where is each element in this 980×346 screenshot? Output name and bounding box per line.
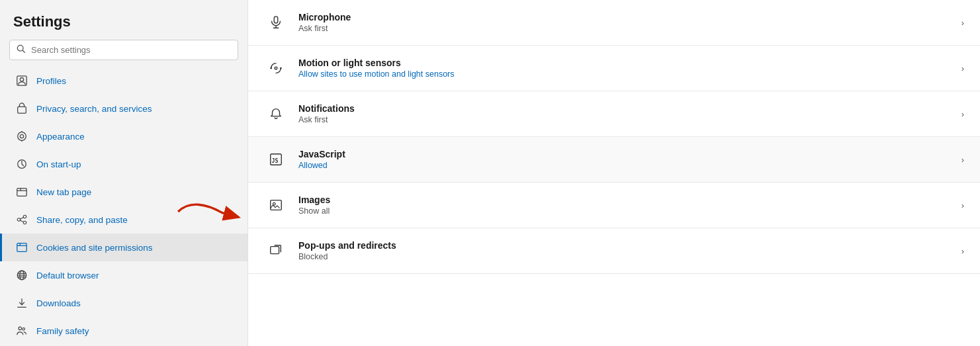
svg-point-5	[18, 132, 26, 141]
appearance-icon	[15, 130, 28, 143]
svg-point-28	[22, 328, 25, 331]
permission-javascript[interactable]: JS JavaScript Allowed ›	[248, 137, 980, 183]
notifications-icon	[264, 102, 288, 126]
downloads-icon	[15, 296, 28, 310]
privacy-icon	[15, 102, 28, 115]
svg-point-32	[275, 67, 277, 69]
permission-microphone-subtitle: Ask first	[298, 24, 956, 33]
svg-rect-4	[18, 107, 26, 113]
sidebar-label-privacy: Privacy, search, and services	[36, 104, 152, 114]
family-icon	[15, 324, 28, 337]
svg-point-6	[20, 134, 23, 138]
chevron-icon-microphone: ›	[961, 18, 964, 28]
sidebar-item-defaultbrowser[interactable]: Default browser	[0, 261, 247, 289]
sidebar-label-startup: On start-up	[36, 159, 81, 169]
permission-notifications[interactable]: Notifications Ask first ›	[248, 91, 980, 137]
chevron-icon-images: ›	[961, 200, 964, 210]
popups-icon	[264, 239, 288, 263]
permission-images[interactable]: Images Show all ›	[248, 183, 980, 228]
sidebar-item-downloads[interactable]: Downloads	[0, 289, 247, 317]
sidebar-label-downloads: Downloads	[36, 298, 81, 308]
svg-point-27	[19, 327, 22, 330]
share-icon	[15, 213, 28, 226]
svg-rect-10	[17, 189, 26, 196]
sidebar: Settings Profiles Privacy, sear	[0, 0, 248, 346]
sidebar-label-profiles: Profiles	[36, 76, 66, 86]
svg-point-14	[17, 218, 21, 222]
permission-popups-text: Pop-ups and redirects Blocked	[298, 240, 956, 261]
svg-line-17	[21, 218, 24, 219]
page-title: Settings	[0, 0, 247, 40]
permission-notifications-text: Notifications Ask first	[298, 103, 956, 124]
sidebar-item-newtab[interactable]: New tab page	[0, 178, 247, 206]
svg-point-33	[270, 67, 272, 69]
search-icon	[17, 44, 26, 56]
svg-text:JS: JS	[272, 157, 279, 164]
motion-icon	[264, 56, 288, 80]
sidebar-item-share[interactable]: Share, copy, and paste	[0, 206, 247, 234]
sidebar-label-cookies: Cookies and site permissions	[36, 243, 153, 253]
permission-popups-title: Pop-ups and redirects	[298, 240, 956, 251]
permission-microphone-text: Microphone Ask first	[298, 12, 956, 33]
chevron-icon-motion: ›	[961, 64, 964, 73]
sidebar-item-appearance[interactable]: Appearance	[0, 122, 247, 150]
svg-point-34	[280, 67, 282, 69]
sidebar-label-defaultbrowser: Default browser	[36, 271, 99, 281]
startup-icon	[15, 157, 28, 171]
svg-rect-39	[271, 247, 279, 254]
cookies-icon	[15, 241, 28, 254]
permission-microphone-title: Microphone	[298, 12, 956, 22]
permission-javascript-title: JavaScript	[298, 149, 956, 159]
browser-icon	[15, 269, 28, 282]
permission-notifications-title: Notifications	[298, 103, 956, 114]
chevron-icon-popups: ›	[961, 246, 964, 256]
newtab-icon	[15, 185, 28, 198]
sidebar-label-familysafety: Family safety	[36, 326, 89, 336]
svg-point-15	[23, 221, 26, 224]
permission-popups-subtitle: Blocked	[298, 252, 956, 261]
sidebar-label-share: Share, copy, and paste	[36, 215, 128, 225]
permission-motion-subtitle: Allow sites to use motion and light sens…	[298, 69, 956, 79]
svg-rect-29	[274, 17, 278, 23]
sidebar-item-startup[interactable]: On start-up	[0, 150, 247, 178]
permission-javascript-subtitle: Allowed	[298, 161, 956, 170]
permission-notifications-subtitle: Ask first	[298, 115, 956, 124]
svg-line-1	[22, 50, 24, 52]
permission-motion-title: Motion or light sensors	[298, 58, 956, 68]
svg-point-38	[273, 202, 275, 205]
permission-images-subtitle: Show all	[298, 206, 956, 216]
svg-rect-37	[271, 200, 282, 210]
permission-motion-text: Motion or light sensors Allow sites to u…	[298, 58, 956, 79]
javascript-icon: JS	[264, 148, 288, 171]
svg-point-3	[20, 78, 23, 81]
permission-popups[interactable]: Pop-ups and redirects Blocked ›	[248, 228, 980, 274]
images-icon	[264, 193, 288, 217]
permission-microphone[interactable]: Microphone Ask first ›	[248, 0, 980, 46]
svg-rect-18	[17, 243, 26, 252]
chevron-icon-notifications: ›	[961, 109, 964, 119]
microphone-icon	[264, 11, 288, 34]
chevron-icon-javascript: ›	[961, 155, 964, 165]
sidebar-label-appearance: Appearance	[36, 132, 85, 142]
sidebar-item-privacy[interactable]: Privacy, search, and services	[0, 95, 247, 122]
search-box[interactable]	[9, 40, 238, 60]
permission-motion-sensors[interactable]: Motion or light sensors Allow sites to u…	[248, 46, 980, 91]
svg-point-13	[23, 215, 26, 218]
main-content: Microphone Ask first › Motion or light s…	[248, 0, 980, 346]
search-input[interactable]	[31, 45, 231, 55]
permission-images-text: Images Show all	[298, 195, 956, 216]
permission-images-title: Images	[298, 195, 956, 205]
sidebar-label-newtab: New tab page	[36, 187, 91, 197]
sidebar-item-familysafety[interactable]: Family safety	[0, 317, 247, 345]
svg-line-16	[21, 220, 24, 222]
sidebar-item-profiles[interactable]: Profiles	[0, 67, 247, 95]
profile-icon	[15, 74, 28, 87]
permission-javascript-text: JavaScript Allowed	[298, 149, 956, 170]
sidebar-item-cookies[interactable]: Cookies and site permissions	[0, 234, 247, 261]
